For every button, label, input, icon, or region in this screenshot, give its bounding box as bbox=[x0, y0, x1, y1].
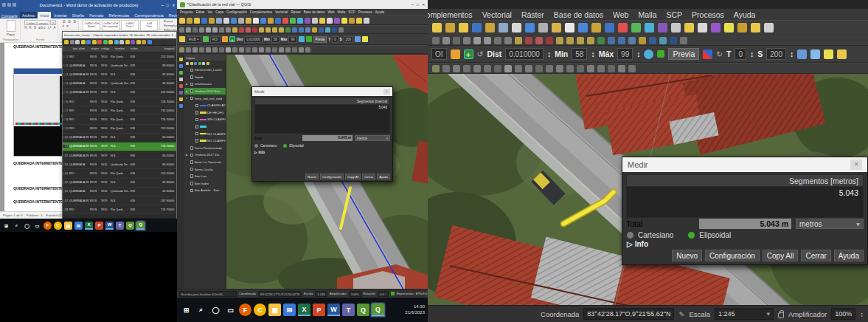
ribbon-tab[interactable]: Formato bbox=[87, 12, 105, 18]
toolbar-icon[interactable] bbox=[108, 40, 113, 44]
layer-checkbox[interactable] bbox=[190, 174, 194, 178]
table-row[interactable]: 4QUEBRADARIOS5910Quebrada Sec...KIS49.30… bbox=[63, 80, 176, 89]
toolbar-icon[interactable] bbox=[199, 47, 204, 52]
panel-tool-icon[interactable] bbox=[202, 62, 205, 65]
toolbar-icon[interactable] bbox=[246, 47, 251, 52]
rotation-input[interactable]: 0.0 ° bbox=[378, 291, 389, 297]
panel-icon[interactable] bbox=[179, 58, 183, 61]
toolbar-icon[interactable] bbox=[645, 23, 654, 32]
menu-item[interactable]: Procesos bbox=[358, 10, 372, 14]
toolbar-icon[interactable] bbox=[209, 18, 215, 24]
spinner-icon[interactable]: ↕ bbox=[750, 49, 754, 58]
layer-item[interactable]: ▶ ✓ ortomosaico bbox=[184, 80, 226, 88]
toolbar-icon[interactable] bbox=[136, 40, 141, 44]
menu-item[interactable]: Complementos bbox=[250, 10, 272, 14]
start-icon[interactable]: ⊞ bbox=[180, 304, 192, 316]
toolbar-icon[interactable] bbox=[97, 40, 102, 44]
layer-checkbox[interactable]: ✓ bbox=[195, 139, 199, 143]
qgis-icon[interactable]: Q bbox=[372, 304, 384, 316]
ribbon-tab[interactable]: Archivo bbox=[20, 12, 37, 18]
expander-icon[interactable]: ▷ bbox=[254, 151, 257, 154]
toolbar-icon[interactable] bbox=[187, 18, 192, 24]
ribbon-tab[interactable]: Correspondencia bbox=[132, 12, 166, 18]
toolbar-icon[interactable] bbox=[179, 18, 185, 24]
menu-item[interactable]: Web bbox=[327, 10, 334, 14]
add-roi-icon[interactable]: + bbox=[464, 49, 473, 59]
layer-checkbox[interactable] bbox=[190, 182, 194, 185]
layer-item[interactable]: ✓ bbox=[184, 123, 226, 131]
layer-item[interactable]: ✓ SIN CLASIFICAR bbox=[184, 116, 226, 123]
toolbar-icon[interactable] bbox=[265, 27, 271, 32]
toolbar-icon[interactable] bbox=[649, 37, 656, 44]
table-row[interactable]: 8RIORIOS5910Río Queb...KIS726.70000 bbox=[63, 115, 176, 124]
roi-chip[interactable]: OI bbox=[431, 48, 447, 60]
powerpoint-icon[interactable]: P bbox=[313, 304, 325, 316]
toolbar-icon[interactable] bbox=[231, 18, 237, 24]
toolbar-icon[interactable] bbox=[442, 37, 450, 44]
minimize-button[interactable] bbox=[162, 3, 164, 7]
magnifier-input[interactable]: 100% bbox=[349, 291, 361, 297]
panel-icon[interactable] bbox=[179, 64, 183, 68]
toolbar-icon[interactable] bbox=[670, 37, 677, 44]
magnifier-icon[interactable] bbox=[644, 49, 653, 59]
menu-item[interactable]: Ayuda bbox=[734, 10, 756, 19]
toolbar-icon[interactable] bbox=[332, 27, 337, 32]
spinner-icon[interactable]: ↕ bbox=[591, 49, 594, 58]
table-row[interactable]: 9RIORIOS5910Río Queb...KIS252.20000 bbox=[63, 125, 176, 134]
toolbar-icon[interactable] bbox=[504, 65, 512, 72]
roi-tool-icon[interactable] bbox=[451, 49, 460, 59]
toolbar-icon[interactable] bbox=[272, 47, 277, 52]
toolbar-icon[interactable] bbox=[290, 18, 296, 24]
layer-checkbox[interactable]: ✓ bbox=[190, 97, 194, 100]
t-input[interactable]: 0 bbox=[735, 48, 746, 60]
word-icon[interactable]: W bbox=[327, 304, 340, 316]
toolbar-icon[interactable] bbox=[282, 18, 288, 24]
attribute-table-grid[interactable]: tipo_elemorigencodigonombreordenlongitud… bbox=[63, 46, 176, 218]
layer-item[interactable]: Tierra Pavimentada bbox=[184, 145, 226, 152]
toolbar-icon[interactable] bbox=[212, 27, 218, 32]
toolbar-icon[interactable] bbox=[232, 47, 237, 52]
excel-icon[interactable]: X bbox=[85, 222, 93, 230]
panel-icon[interactable] bbox=[179, 91, 183, 95]
toolbar-icon[interactable] bbox=[658, 23, 667, 32]
toolbar-icon[interactable] bbox=[206, 47, 211, 52]
measure-dialog-title-bar[interactable]: Medir ✕ bbox=[252, 87, 392, 96]
toolbar-icon[interactable] bbox=[525, 65, 532, 72]
menu-item[interactable]: Procesos bbox=[692, 10, 724, 19]
toolbar-icon[interactable] bbox=[305, 18, 310, 24]
qgis-installer-icon[interactable]: Q bbox=[357, 304, 369, 316]
layer-checkbox[interactable] bbox=[190, 146, 194, 150]
menu-item[interactable]: Malla bbox=[638, 10, 656, 19]
spinner-icon[interactable]: ↕ bbox=[636, 49, 640, 58]
toolbar-icon[interactable] bbox=[327, 18, 333, 24]
toolbar-icon[interactable] bbox=[473, 37, 481, 44]
toolbar-icon[interactable] bbox=[334, 18, 340, 24]
toolbar-icon[interactable] bbox=[472, 23, 482, 32]
page-indicator[interactable]: Página 1 de 3 bbox=[3, 213, 23, 217]
panel-icon[interactable] bbox=[179, 78, 183, 81]
toolbar-icon[interactable] bbox=[512, 23, 521, 32]
toolbar-icon[interactable] bbox=[608, 37, 615, 44]
toolbar-icon[interactable] bbox=[216, 18, 222, 24]
table-row[interactable]: 18RIORIOS5910Río Queb...KIS726.70000 bbox=[63, 205, 176, 214]
panel-icon[interactable] bbox=[179, 84, 183, 88]
font-format-buttons[interactable]: N K S abc x² A bbox=[24, 26, 56, 30]
menu-item[interactable]: Base de datos bbox=[304, 10, 325, 14]
toolbar-icon[interactable] bbox=[618, 37, 625, 44]
render-checkbox[interactable] bbox=[391, 292, 395, 295]
toolbar-icon[interactable] bbox=[504, 37, 512, 44]
toolbar-icon[interactable] bbox=[319, 18, 325, 24]
max-input[interactable]: 99 bbox=[617, 48, 633, 60]
close-button[interactable] bbox=[422, 2, 425, 7]
toolbar-icon[interactable] bbox=[684, 23, 694, 32]
expander-icon[interactable]: ▶ bbox=[186, 83, 189, 86]
scale-select[interactable]: 1:245▾ bbox=[715, 308, 774, 320]
table-row[interactable]: 17QUEBRADA INT...RIOS5919N.S.KIS267.9000… bbox=[63, 196, 176, 205]
toolbar-icon[interactable] bbox=[64, 40, 69, 44]
locate-input[interactable]: Escriba para localizar (Ctrl+K) bbox=[179, 291, 237, 297]
toolbar-icon[interactable] bbox=[206, 27, 211, 32]
toolbar-icon[interactable] bbox=[325, 27, 330, 32]
edit-icon[interactable]: ✎ bbox=[678, 310, 684, 318]
table-row[interactable]: 7RIORIOS5910Río Queb...KIS732.50000 bbox=[63, 106, 176, 115]
toolbar-icon[interactable] bbox=[628, 37, 636, 44]
